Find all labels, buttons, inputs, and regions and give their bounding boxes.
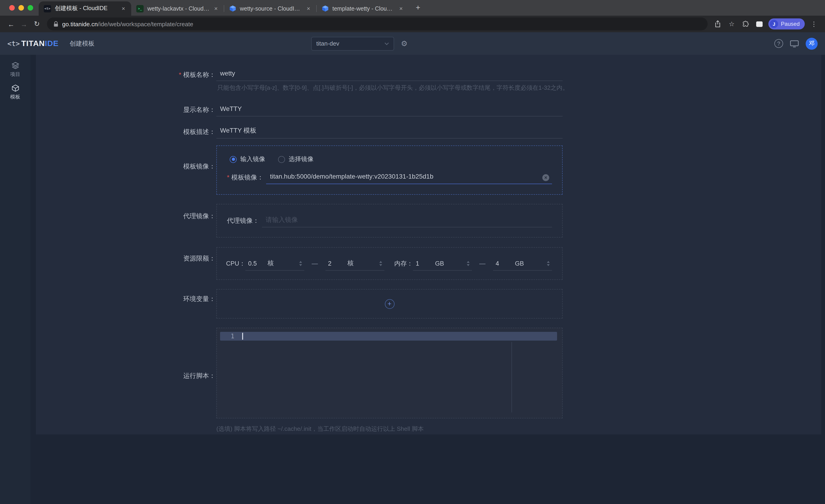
tab-title: wetty-source - CloudIDE	[240, 5, 302, 12]
range-separator: —	[312, 260, 318, 267]
stepper-icon[interactable]	[299, 261, 303, 266]
app-header: <t> TITAN IDE 创建模板 titan-dev ⚙ ? 邓	[0, 32, 825, 55]
fullscreen-window-button[interactable]	[27, 5, 33, 11]
header-actions: ? 邓	[774, 37, 818, 50]
minimize-window-button[interactable]	[18, 5, 24, 11]
image-mode-radio-group: 输入镜像 选择镜像	[230, 155, 552, 163]
proxy-image-input[interactable]	[262, 214, 552, 227]
tab-close-icon[interactable]: ×	[397, 5, 405, 12]
url-domain: go.titanide.cn	[62, 20, 98, 27]
editor-active-line: 1	[220, 332, 557, 341]
new-tab-button[interactable]: +	[411, 1, 425, 14]
tab-title: template-wetty - CloudIDE	[332, 5, 394, 12]
environment-select[interactable]: titan-dev	[311, 36, 394, 51]
tab-close-icon[interactable]: ×	[305, 5, 312, 12]
browser-menu-kebab-icon[interactable]: ⋮	[808, 17, 820, 30]
share-icon[interactable]	[711, 17, 725, 30]
template-image-input[interactable]	[266, 171, 552, 184]
resource-quota-box: CPU： 核 — 核	[216, 247, 562, 280]
user-avatar[interactable]: 邓	[806, 37, 818, 50]
cpu-max-input[interactable]	[328, 260, 347, 267]
tab-strip: <t> 创建模板 - CloudIDE × >_ wetty-lackavtx …	[0, 0, 825, 16]
memory-max-field: GB	[493, 257, 552, 270]
forward-icon[interactable]: →	[17, 17, 30, 30]
url-text: go.titanide.cn/ide/web/workspace/templat…	[62, 20, 193, 27]
cpu-max-field: 核	[325, 257, 384, 270]
line-number: 1	[220, 333, 238, 340]
radio-label: 选择镜像	[289, 155, 313, 163]
radio-input-image[interactable]: 输入镜像	[230, 155, 265, 163]
inner-label-template-image: *模板镜像：	[227, 173, 264, 182]
cpu-min-input[interactable]	[248, 260, 268, 267]
memory-min-unit: GB	[435, 260, 444, 267]
tab-title: 创建模板 - CloudIDE	[55, 5, 117, 12]
lock-icon	[54, 21, 59, 27]
memory-max-input[interactable]	[496, 260, 515, 267]
chevron-down-icon	[384, 42, 389, 45]
field-label-resources: 资源限额：	[36, 238, 216, 280]
bookmark-star-icon[interactable]: ☆	[725, 17, 738, 30]
reload-icon[interactable]: ↻	[30, 17, 43, 30]
sidebar-item-label: 项目	[10, 71, 20, 78]
stepper-icon[interactable]	[379, 261, 383, 266]
field-label-proxy-image: 代理镜像：	[36, 195, 216, 238]
tab-create-template[interactable]: <t> 创建模板 - CloudIDE ×	[39, 1, 131, 16]
run-script-editor[interactable]: 1	[216, 328, 562, 418]
text-cursor	[242, 333, 243, 340]
tab-wetty-source[interactable]: wetty-source - CloudIDE ×	[224, 1, 316, 16]
template-name-help: 只能包含小写字母[a-z]、数字[0-9]、点[.]与破折号[-]，必须以小写字…	[216, 84, 562, 92]
run-script-help: (选填) 脚本将写入路径 ~/.cache/.init，当工作区启动时自动运行以…	[216, 425, 562, 433]
field-label-description: 模板描述：	[36, 125, 216, 139]
environment-select-value: titan-dev	[316, 40, 339, 47]
settings-gear-icon[interactable]: ⚙	[399, 38, 410, 49]
cpu-min-unit: 核	[268, 259, 274, 267]
template-name-input[interactable]	[216, 68, 562, 81]
main-area: * 模板名称： 只能包含小写字母[a-z]、数字[0-9]、点[.]与破折号[-…	[30, 55, 825, 504]
cube-favicon-icon	[321, 5, 329, 12]
titanide-logo[interactable]: <t> TITAN IDE	[7, 39, 59, 48]
sidebar-item-projects[interactable]: 项目	[0, 59, 30, 81]
browser-toolbar: ← → ↻ go.titanide.cn/ide/web/workspace/t…	[0, 16, 825, 32]
memory-max-unit: GB	[515, 260, 524, 267]
field-label-display-name: 显示名称：	[36, 103, 216, 116]
address-bar[interactable]: go.titanide.cn/ide/web/workspace/templat…	[47, 17, 708, 30]
editor-ruler	[512, 342, 512, 412]
tab-close-icon[interactable]: ×	[212, 5, 220, 12]
workspace-monitor-icon[interactable]	[790, 40, 799, 47]
cpu-label: CPU：	[226, 259, 245, 268]
stepper-icon[interactable]	[547, 261, 550, 266]
app-body: 项目 模板 * 模板名称： 只能	[0, 55, 825, 504]
cube-icon	[11, 84, 19, 92]
field-label-env-vars: 环境变量：	[36, 280, 216, 319]
stepper-icon[interactable]	[467, 261, 470, 266]
create-template-panel: * 模板名称： 只能包含小写字母[a-z]、数字[0-9]、点[.]与破折号[-…	[36, 55, 821, 434]
radio-select-image[interactable]: 选择镜像	[278, 155, 313, 163]
titanide-favicon-icon: <t>	[44, 5, 51, 12]
logo-mark: <t>	[7, 39, 20, 48]
side-panel-icon[interactable]	[753, 17, 766, 30]
back-icon[interactable]: ←	[5, 17, 17, 30]
display-name-input[interactable]	[216, 103, 562, 116]
close-window-button[interactable]	[9, 5, 15, 11]
url-path: /ide/web/workspace/template/create	[98, 20, 194, 27]
range-separator: —	[479, 260, 485, 267]
required-mark: *	[227, 173, 229, 181]
required-mark: *	[179, 71, 181, 78]
sidebar-item-templates[interactable]: 模板	[0, 81, 30, 103]
radio-icon	[230, 156, 237, 163]
help-icon[interactable]: ?	[774, 39, 783, 48]
add-env-var-button[interactable]: +	[385, 299, 394, 309]
proxy-image-box: 代理镜像：	[216, 204, 562, 238]
cpu-min-field: 核	[245, 257, 304, 270]
logo-ide: IDE	[45, 39, 59, 48]
tab-close-icon[interactable]: ×	[120, 5, 127, 12]
memory-min-field: GB	[413, 257, 472, 270]
tab-template-wetty[interactable]: template-wetty - CloudIDE ×	[316, 1, 409, 16]
memory-min-input[interactable]	[416, 260, 435, 267]
tab-wetty-lackavtx[interactable]: >_ wetty-lackavtx - CloudIDE ×	[131, 1, 224, 16]
memory-label: 内存：	[394, 259, 413, 268]
extensions-puzzle-icon[interactable]	[739, 17, 752, 30]
template-description-input[interactable]	[216, 125, 562, 139]
profile-sync-paused[interactable]: J Paused	[769, 18, 805, 29]
clear-input-icon[interactable]: ×	[542, 174, 549, 181]
